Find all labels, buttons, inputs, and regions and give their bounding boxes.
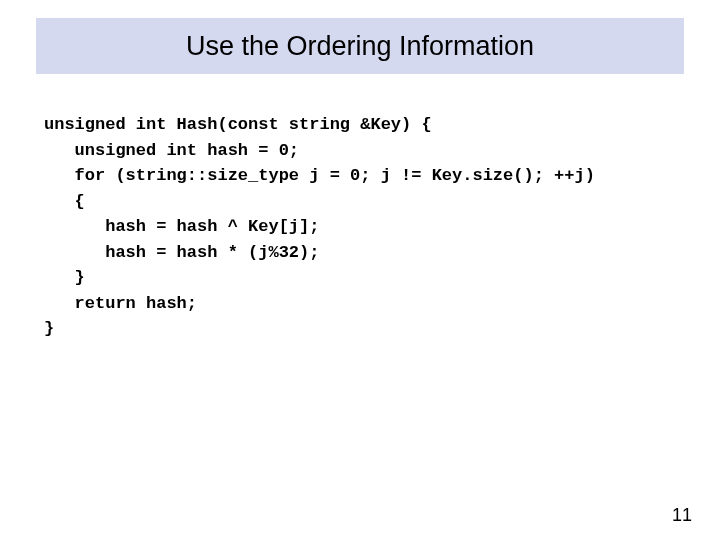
title-bar: Use the Ordering Information (36, 18, 684, 74)
code-line-2: unsigned int hash = 0; (44, 141, 299, 160)
code-line-1: unsigned int Hash(const string &Key) { (44, 115, 432, 134)
code-block: unsigned int Hash(const string &Key) { u… (44, 112, 684, 342)
code-line-6: hash = hash * (j%32); (44, 243, 319, 262)
code-line-4: { (44, 192, 85, 211)
code-line-8: return hash; (44, 294, 197, 313)
code-line-3: for (string::size_type j = 0; j != Key.s… (44, 166, 595, 185)
slide: Use the Ordering Information unsigned in… (0, 0, 720, 540)
code-line-5: hash = hash ^ Key[j]; (44, 217, 319, 236)
slide-title: Use the Ordering Information (186, 31, 534, 62)
code-line-9: } (44, 319, 54, 338)
page-number: 11 (672, 505, 692, 526)
code-line-7: } (44, 268, 85, 287)
